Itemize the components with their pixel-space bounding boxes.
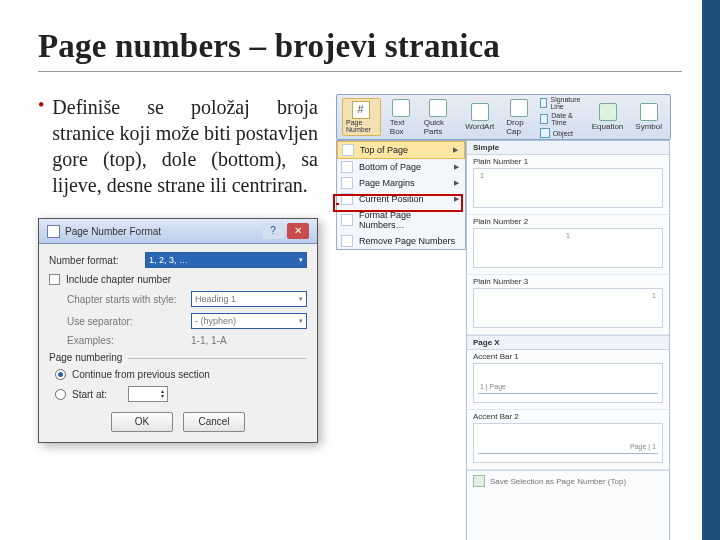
page-number-icon [352, 101, 370, 119]
bullet-text: Definiše se položaj broja stranice koji … [52, 94, 318, 198]
page-top-icon [342, 144, 354, 156]
page-margins-icon [341, 177, 353, 189]
menu-page-margins[interactable]: Page Margins▶ [337, 175, 465, 191]
number-format-select[interactable]: 1, 2, 3, …▾ [145, 252, 307, 268]
wordart-button[interactable]: WordArt [462, 101, 497, 133]
help-button[interactable]: ? [262, 223, 284, 239]
ok-button[interactable]: OK [111, 412, 173, 432]
date-time-button[interactable]: Date & Time [540, 112, 583, 126]
slide-accent-stripe [702, 0, 720, 540]
bullet-marker: • [38, 94, 44, 198]
slide-title: Page numbers – brojevi stranica [38, 28, 682, 72]
start-at-label: Start at: [72, 389, 122, 400]
page-number-format-dialog: Page Number Format ? ✕ Number format: 1,… [38, 218, 318, 443]
omega-icon [640, 103, 658, 121]
menu-bottom-of-page[interactable]: Bottom of Page▶ [337, 159, 465, 175]
page-number-menu: Top of Page▶ Bottom of Page▶ Page Margin… [336, 140, 466, 250]
quick-parts-icon [429, 99, 447, 117]
dialog-titlebar[interactable]: Page Number Format ? ✕ [39, 219, 317, 244]
cancel-button[interactable]: Cancel [183, 412, 245, 432]
gallery-item-accent2[interactable]: Accent Bar 2 Page | 1 [467, 410, 669, 470]
slide-container: Page numbers – brojevi stranica • Defini… [0, 0, 720, 463]
dialog-icon [47, 225, 60, 238]
save-selection-icon [473, 475, 485, 487]
separator-label: Use separator: [67, 316, 185, 327]
close-button[interactable]: ✕ [287, 223, 309, 239]
gallery-item-plain3[interactable]: Plain Number 3 1 [467, 275, 669, 335]
dialog-title-text: Page Number Format [65, 226, 161, 237]
start-at-spinner[interactable]: ▴▾ [128, 386, 168, 402]
text-box-icon [392, 99, 410, 117]
ribbon: Page Number Text Box Quick Parts WordArt… [336, 94, 671, 140]
gallery-save-selection[interactable]: Save Selection as Page Number (Top) [467, 470, 669, 491]
page-numbering-group-label: Page numbering [49, 352, 307, 363]
include-chapter-label: Include chapter number [66, 274, 171, 285]
gallery-item-plain1[interactable]: Plain Number 1 1 [467, 155, 669, 215]
examples-label: Examples: [67, 335, 185, 346]
object-button[interactable]: Object [540, 128, 583, 138]
remove-icon [341, 235, 353, 247]
text-box-button[interactable]: Text Box [387, 97, 415, 138]
format-icon [341, 214, 353, 226]
start-at-radio[interactable] [55, 389, 66, 400]
chapter-style-label: Chapter starts with style: [67, 294, 185, 305]
gallery-pagex-header: Page X [467, 335, 669, 350]
examples-value: 1-1, 1-A [191, 335, 227, 346]
drop-cap-icon [510, 99, 528, 117]
page-number-button[interactable]: Page Number [342, 98, 381, 136]
gallery-item-accent1[interactable]: Accent Bar 1 1 | Page [467, 350, 669, 410]
menu-top-of-page[interactable]: Top of Page▶ [337, 141, 465, 159]
menu-current-position[interactable]: Current Position▶ [337, 191, 465, 207]
quick-parts-button[interactable]: Quick Parts [421, 97, 456, 138]
bullet-column: • Definiše se položaj broja stranice koj… [38, 94, 318, 443]
continue-label: Continue from previous section [72, 369, 210, 380]
equation-button[interactable]: Equation [589, 101, 627, 133]
include-chapter-checkbox[interactable] [49, 274, 60, 285]
continue-radio[interactable] [55, 369, 66, 380]
object-icon [540, 128, 550, 138]
page-number-gallery: Simple Plain Number 1 1 Plain Number 2 1… [466, 140, 670, 540]
wordart-icon [471, 103, 489, 121]
separator-select[interactable]: - (hyphen)▾ [191, 313, 307, 329]
chapter-style-select[interactable]: Heading 1▾ [191, 291, 307, 307]
menu-format-page-numbers[interactable]: Format Page Numbers… [337, 207, 465, 233]
cursor-icon [341, 193, 353, 205]
gallery-item-plain2[interactable]: Plain Number 2 1 [467, 215, 669, 275]
drop-cap-button[interactable]: Drop Cap [503, 97, 533, 138]
signature-line-button[interactable]: Signature Line [540, 96, 583, 110]
gallery-simple-header: Simple [467, 141, 669, 155]
pi-icon [599, 103, 617, 121]
symbol-button[interactable]: Symbol [632, 101, 665, 133]
menu-remove-page-numbers[interactable]: Remove Page Numbers [337, 233, 465, 249]
page-bottom-icon [341, 161, 353, 173]
screenshot-column: Page Number Text Box Quick Parts WordArt… [336, 94, 682, 443]
number-format-label: Number format: [49, 255, 139, 266]
signature-icon [540, 98, 548, 108]
calendar-icon [540, 114, 549, 124]
